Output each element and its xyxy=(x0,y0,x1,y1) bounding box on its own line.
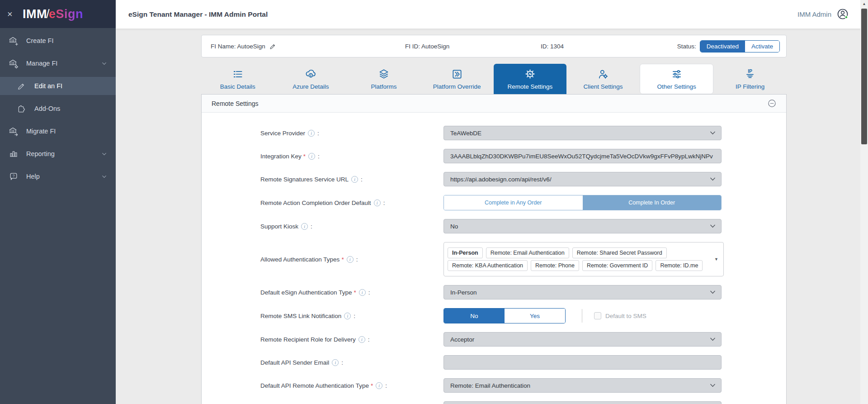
form-row-remote-sms-link-notification: Remote SMS Link Notification i : No Yes … xyxy=(260,308,786,323)
sidebar-item-help[interactable]: ? Help xyxy=(0,167,116,185)
sidebar-item-label: Add-Ons xyxy=(34,105,60,112)
remote-settings-panel: Remote Settings Service Provider i : xyxy=(201,94,787,404)
field-label: Default API Sender Email xyxy=(260,359,329,366)
sms-link-toggle: No Yes xyxy=(443,308,566,323)
deactivated-button[interactable]: Deactivated xyxy=(700,41,745,52)
field-label: Service Provider xyxy=(260,130,305,137)
form-row-default-esign-auth-type: Default eSign Authentication Type * i : … xyxy=(260,285,786,299)
edit-fi-name-icon[interactable] xyxy=(269,43,277,50)
tab-platforms[interactable]: Platforms xyxy=(347,64,420,94)
user-menu[interactable]: IMM Admin xyxy=(797,7,850,21)
auth-type-chip[interactable]: In-Person xyxy=(448,247,483,258)
info-icon[interactable]: i xyxy=(301,223,308,230)
field-label: Default eSign Authentication Type xyxy=(260,289,352,296)
info-icon[interactable]: i xyxy=(332,359,339,366)
panel-title: Remote Settings xyxy=(212,100,259,107)
tab-client-settings[interactable]: Client Settings xyxy=(566,64,640,94)
support-kiosk-select[interactable]: No xyxy=(443,219,722,233)
bank-arrow-icon xyxy=(8,126,19,137)
service-provider-select[interactable]: TeAWebDE xyxy=(443,126,722,140)
remote-recipient-role-select[interactable]: Acceptor xyxy=(443,332,722,347)
completion-order-toggle: Complete in Any Order Complete In Order xyxy=(443,195,722,210)
required-mark: * xyxy=(354,289,356,296)
main-content: FI Name: AutoeSign FI ID: AutoeSign ID: … xyxy=(116,29,868,404)
auth-type-chip[interactable]: Remote: KBA Authentication xyxy=(448,260,528,271)
info-icon[interactable]: i xyxy=(374,200,381,206)
settings-tab-bar: Basic Details Azure Details xyxy=(201,64,787,94)
activate-button[interactable]: Activate xyxy=(745,41,779,52)
tab-azure-details[interactable]: Azure Details xyxy=(274,64,348,94)
info-icon[interactable]: i xyxy=(376,382,382,389)
default-api-remote-auth-type-select[interactable]: Remote: Email Authentication xyxy=(443,378,722,393)
chevron-down-icon xyxy=(101,60,108,67)
field-label: Remote SMS Link Notification xyxy=(260,313,341,319)
complete-in-order-option[interactable]: Complete In Order xyxy=(583,195,722,210)
tab-label: Platform Override xyxy=(433,83,481,90)
default-to-sms-checkbox[interactable] xyxy=(594,312,601,319)
vertical-scrollbar[interactable]: ▲ xyxy=(860,0,868,404)
gear-icon xyxy=(524,68,536,80)
tab-remote-settings[interactable]: Remote Settings xyxy=(494,64,567,94)
sidebar-item-label: Create FI xyxy=(26,37,53,44)
info-icon[interactable]: i xyxy=(344,313,351,319)
default-api-sender-email-input[interactable] xyxy=(443,355,722,370)
sidebar-item-add-ons[interactable]: Add-Ons xyxy=(0,100,116,118)
auth-type-chip[interactable]: Remote: ID.me xyxy=(656,260,703,271)
info-icon[interactable]: i xyxy=(359,336,365,343)
field-label: Allowed Authentication Types xyxy=(260,256,340,263)
form-row-remote-signatures-service-url: Remote Signatures Service URL i : https:… xyxy=(260,172,786,186)
avatar[interactable] xyxy=(836,7,850,21)
scrollbar-thumb[interactable] xyxy=(861,9,867,144)
tab-other-settings[interactable]: Other Settings xyxy=(640,64,714,94)
info-icon[interactable]: i xyxy=(308,153,315,160)
sms-no-option[interactable]: No xyxy=(444,309,505,323)
fi-numeric-id-label: ID: 1304 xyxy=(541,43,564,50)
auth-type-chip[interactable]: Remote: Phone xyxy=(531,260,579,271)
info-icon[interactable]: i xyxy=(359,289,366,296)
default-esign-auth-type-select[interactable]: In-Person xyxy=(443,285,722,299)
remote-signatures-download-url-input[interactable]: https://api.adobesign.com/api/rest/v6/ xyxy=(443,401,722,404)
auth-type-chip[interactable]: Remote: Government ID xyxy=(582,260,652,271)
tab-ip-filtering[interactable]: IP IP Filtering xyxy=(713,64,787,94)
collapse-panel-icon[interactable] xyxy=(768,99,776,108)
sidebar-item-label: Reporting xyxy=(26,150,55,157)
top-bar: eSign Tenant Manager - IMM Admin Portal … xyxy=(116,0,868,29)
tab-basic-details[interactable]: Basic Details xyxy=(201,64,274,94)
info-icon[interactable]: i xyxy=(347,256,354,263)
info-icon[interactable]: i xyxy=(308,130,315,137)
list-icon xyxy=(232,68,244,80)
integration-key-input[interactable]: 3AAABLblqZhD30DKWBPu7imEU8SeeWxOu52TQydc… xyxy=(443,149,722,163)
sidebar-item-manage-fi[interactable]: Manage FI xyxy=(0,54,116,72)
sidebar-menu: Create FI Manage FI Edit an FI xyxy=(0,28,116,185)
sidebar-item-label: Manage FI xyxy=(26,60,57,67)
auth-type-chip[interactable]: Remote: Shared Secret Password xyxy=(572,247,667,258)
sidebar-item-edit-an-fi[interactable]: Edit an FI xyxy=(0,77,116,95)
sidebar-item-label: Help xyxy=(26,173,40,180)
form-row-allowed-auth-types: Allowed Authentication Types * i : In-Pe… xyxy=(260,242,786,276)
pencil-icon xyxy=(16,81,27,91)
chevron-down-icon xyxy=(710,384,716,388)
scroll-up-arrow-icon[interactable]: ▲ xyxy=(860,0,868,8)
sms-yes-option[interactable]: Yes xyxy=(505,309,565,323)
tab-platform-override[interactable]: Platform Override xyxy=(420,64,494,94)
required-mark: * xyxy=(371,382,373,389)
required-mark: * xyxy=(303,153,306,160)
sidebar-item-migrate-fi[interactable]: Migrate FI xyxy=(0,122,116,140)
auth-type-chip[interactable]: Remote: Email Authentication xyxy=(486,247,569,258)
field-label: Integration Key xyxy=(260,153,302,160)
page-title: eSign Tenant Manager - IMM Admin Portal xyxy=(128,10,268,19)
sidebar-item-reporting[interactable]: Reporting xyxy=(0,145,116,163)
sidebar-item-create-fi[interactable]: Create FI xyxy=(0,32,116,50)
info-icon[interactable]: i xyxy=(351,176,358,183)
tab-label: Azure Details xyxy=(292,83,329,90)
form-row-service-provider: Service Provider i : TeAWebDE xyxy=(260,126,786,140)
ip-icon: IP xyxy=(744,68,756,80)
form-row-remote-signatures-download-url: Remote Signatures Service Download URL i… xyxy=(260,401,786,404)
layers-icon xyxy=(378,68,390,80)
chevron-down-icon xyxy=(710,224,716,228)
remote-signatures-service-url-select[interactable]: https://api.adobesign.com/api/rest/v6/ xyxy=(443,172,722,186)
complete-any-order-option[interactable]: Complete in Any Order xyxy=(444,195,583,210)
chevron-down-icon xyxy=(101,173,108,180)
sidebar-close-icon[interactable]: × xyxy=(7,9,19,19)
allowed-auth-types-multiselect[interactable]: In-Person Remote: Email Authentication R… xyxy=(443,242,724,276)
